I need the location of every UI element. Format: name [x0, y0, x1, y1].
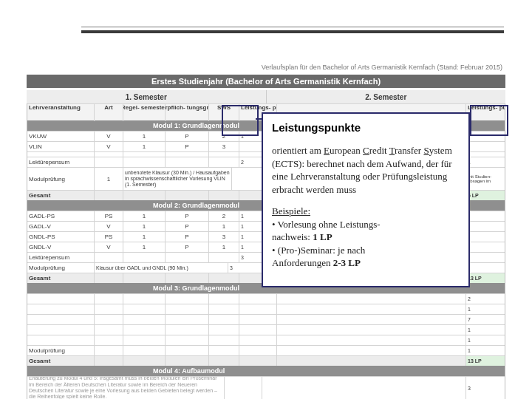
header-rules — [81, 27, 504, 33]
mod4-band: Modul 4: Aufbaumodul — [27, 366, 505, 376]
gesamt-row: Gesamt13 LP — [27, 355, 505, 366]
doc-title: Verlaufsplan für den Bachelor of Arts Ge… — [262, 64, 502, 71]
table-row: 7 — [27, 314, 505, 324]
callout-box: Leistungspunkte orientiert am European C… — [262, 112, 470, 287]
col-rs: Regel- semester — [123, 103, 166, 121]
callout-body: orientiert am European Credit Transfer S… — [272, 144, 460, 196]
table-row: 1 — [27, 335, 505, 345]
table-row: Modulprüfung1 — [27, 345, 505, 355]
sem-2: 2. Semester — [267, 90, 506, 103]
col-lv: Lehrveranstaltung — [27, 103, 95, 121]
semester-strip: 1. Semester 2. Semester — [27, 90, 505, 103]
hl-right-lp — [470, 105, 508, 136]
table-row: 1 — [27, 304, 505, 314]
table-row: Erläuterung zu Modul 4 und 5: insgesamt … — [27, 376, 505, 399]
table-row: 2 — [27, 293, 505, 304]
callout-title: Leistungspunkte — [272, 121, 460, 134]
col-art: Art — [95, 103, 123, 121]
sem-1: 1. Semester — [27, 90, 267, 103]
table-row: 1 — [27, 324, 505, 335]
year-band: Erstes Studienjahr (Bachelor of Arts Ger… — [27, 75, 505, 88]
col-vp: Verpflich- tungsgrad — [166, 103, 209, 121]
page: Verlaufsplan für den Bachelor of Arts Ge… — [0, 0, 532, 399]
callout-examples: Beispiele:• Vorlesung ohne Leistungs-nac… — [272, 205, 460, 270]
hl-left-lp — [222, 105, 259, 136]
